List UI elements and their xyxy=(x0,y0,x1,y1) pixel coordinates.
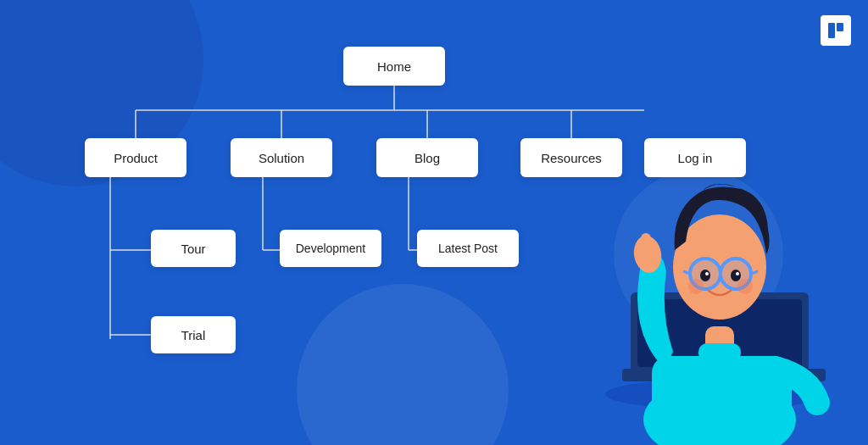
node-home: Home xyxy=(343,47,445,86)
node-blog: Blog xyxy=(376,138,478,177)
svg-rect-0 xyxy=(828,23,835,38)
svg-rect-26 xyxy=(641,233,651,257)
svg-point-35 xyxy=(700,270,710,281)
logo-icon xyxy=(821,15,851,46)
node-latestpost: Latest Post xyxy=(417,230,519,267)
node-solution: Solution xyxy=(231,138,332,177)
node-development: Development xyxy=(280,230,381,267)
character-illustration xyxy=(571,89,860,445)
node-tour: Tour xyxy=(151,230,236,267)
node-trial: Trial xyxy=(151,316,236,353)
svg-point-37 xyxy=(705,272,709,275)
svg-rect-1 xyxy=(837,23,843,31)
svg-point-40 xyxy=(737,279,753,294)
node-product: Product xyxy=(85,138,186,177)
svg-point-36 xyxy=(731,270,741,281)
svg-point-39 xyxy=(688,279,704,294)
svg-point-38 xyxy=(736,272,739,275)
